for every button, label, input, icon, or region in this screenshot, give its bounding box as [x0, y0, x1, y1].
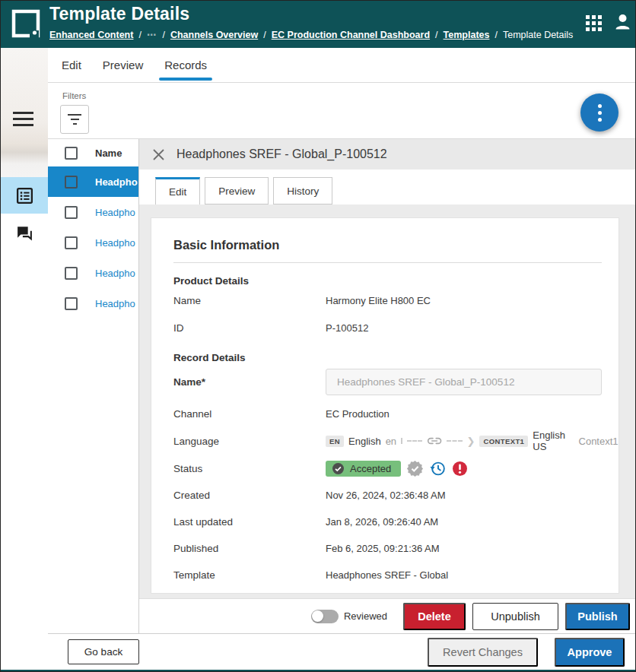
delete-button[interactable]: Delete [403, 603, 466, 630]
app-logo-icon [11, 9, 40, 38]
field-row-channel: Channel EC Production [173, 400, 602, 427]
table-row[interactable]: Headpho [48, 166, 138, 197]
language-tag: en [386, 436, 396, 447]
row-name: Headpho [95, 207, 135, 218]
more-actions-fab-button[interactable] [580, 94, 619, 132]
breadcrumb-ellipsis[interactable]: ⋯ [147, 29, 157, 40]
status-line: Accepted [326, 460, 468, 477]
menu-hamburger-icon[interactable] [13, 112, 33, 126]
field-label: Status [173, 463, 326, 474]
divider [173, 262, 602, 263]
breadcrumb-link[interactable]: Templates [444, 30, 490, 40]
record-list: Name Headpho Headpho Headpho Headpho Hea… [48, 139, 138, 633]
row-checkbox[interactable] [65, 236, 78, 249]
revert-changes-button[interactable]: Revert Changes [428, 638, 538, 667]
template-link[interactable]: Headphones SREF - Global [326, 569, 448, 581]
check-circle-icon [332, 463, 344, 474]
field-label: ID [173, 322, 326, 334]
alert-error-icon[interactable] [452, 461, 468, 477]
close-icon[interactable] [152, 148, 165, 161]
row-checkbox[interactable] [65, 176, 78, 189]
user-account-icon[interactable] [614, 12, 631, 30]
row-name: Headpho [95, 298, 135, 309]
row-checkbox[interactable] [65, 297, 78, 310]
field-value: Harmony Elite H800 EC [326, 295, 431, 306]
reviewed-toggle-label: Reviewed [344, 610, 387, 622]
tab-preview[interactable]: Preview [103, 48, 143, 83]
breadcrumb-current: Template Details [503, 30, 573, 40]
group-title-product-details: Product Details [173, 275, 602, 287]
breadcrumb-separator: / [138, 30, 141, 40]
record-name-input[interactable] [326, 369, 602, 395]
sidebar-item-records[interactable] [1, 177, 48, 214]
page-footer: Go back Revert Changes Approve [48, 633, 636, 670]
row-name: Headpho [95, 176, 138, 188]
field-value: Nov 26, 2024, 02:36:48 AM [326, 490, 446, 501]
breadcrumb-link[interactable]: Channels Overview [170, 30, 258, 40]
breadcrumb-separator: / [263, 30, 266, 40]
kebab-menu-icon [598, 103, 602, 123]
field-row-status: Status Accepted [173, 455, 602, 482]
field-label: Published [173, 543, 326, 554]
breadcrumb-link[interactable]: Enhanced Content [49, 30, 133, 40]
publish-button[interactable]: Publish [565, 603, 630, 630]
history-icon[interactable] [429, 460, 447, 477]
breadcrumb: Enhanced Content / ⋯ / Channels Overview… [49, 29, 573, 40]
panel-tab-edit[interactable]: Edit [155, 177, 200, 204]
language-name: English [348, 436, 381, 447]
field-label: Last updated [173, 516, 326, 528]
chat-forum-icon [15, 224, 34, 243]
table-row[interactable]: Headpho [48, 288, 138, 319]
field-row-last-updated: Last updated Jan 8, 2026, 09:26:40 AM [173, 509, 602, 535]
section-title: Basic Information [173, 218, 602, 252]
list-header-row: Name [48, 139, 138, 166]
reviewed-toggle[interactable] [311, 610, 339, 623]
breadcrumb-separator: / [435, 30, 437, 40]
main-tab-bar: Edit Preview Records [48, 48, 636, 83]
panel-action-bar: Reviewed Delete Unpublish Publish [139, 598, 636, 633]
page-title: Template Details [49, 4, 189, 24]
app-header: Template Details Enhanced Content / ⋯ / … [1, 1, 636, 48]
field-row-record-name: Name* [173, 363, 602, 400]
connector-tick [401, 438, 402, 444]
panel-header: Headphones SREF - Global_P-100512 [139, 139, 636, 170]
context-tag: Context1 [579, 436, 619, 447]
table-row[interactable]: Headpho [48, 258, 138, 288]
go-back-button[interactable]: Go back [68, 639, 139, 664]
group-title-record-details: Record Details [173, 352, 602, 363]
tab-records[interactable]: Records [164, 48, 207, 83]
panel-tab-bar: Edit Preview History [139, 170, 636, 204]
approved-seal-icon[interactable] [406, 460, 424, 477]
context-code-badge: CONTEXT1 [479, 436, 528, 447]
language-code-badge: EN [326, 436, 344, 447]
field-label: Template [173, 569, 326, 581]
breadcrumb-link[interactable]: EC Production Channel Dashboard [272, 30, 430, 40]
panel-tab-history[interactable]: History [273, 177, 332, 204]
apps-grid-icon[interactable] [586, 15, 602, 31]
table-row[interactable]: Headpho [48, 197, 138, 227]
field-value: Jan 8, 2026, 09:26:40 AM [326, 516, 438, 528]
connector-arrow-icon: ❯ [467, 436, 475, 446]
unpublish-button[interactable]: Unpublish [472, 603, 558, 630]
row-checkbox[interactable] [65, 206, 78, 219]
sidebar-item-comments[interactable] [1, 218, 48, 249]
status-badge: Accepted [326, 461, 401, 477]
row-checkbox[interactable] [65, 267, 78, 280]
table-row[interactable]: Headpho [48, 227, 138, 258]
approve-button[interactable]: Approve [555, 638, 625, 667]
field-value: P-100512 [326, 322, 368, 334]
field-row-template: Template Headphones SREF - Global [173, 562, 602, 588]
toggle-knob [312, 610, 323, 622]
tab-edit[interactable]: Edit [62, 48, 81, 83]
filters-bar: Filters [48, 83, 636, 139]
filters-label: Filters [62, 91, 86, 100]
context-language-name: English US [533, 430, 574, 452]
filter-button[interactable] [60, 105, 89, 134]
status-text: Accepted [350, 463, 391, 474]
field-label: Language [173, 436, 326, 447]
panel-tab-preview[interactable]: Preview [205, 177, 269, 204]
field-value: Feb 6, 2025, 09:21:36 AM [326, 543, 440, 554]
field-row-language: Language EN English en ❯ CONTEXT1 Englis… [173, 427, 602, 455]
select-all-checkbox[interactable] [65, 147, 78, 160]
connector-dash [407, 440, 422, 442]
